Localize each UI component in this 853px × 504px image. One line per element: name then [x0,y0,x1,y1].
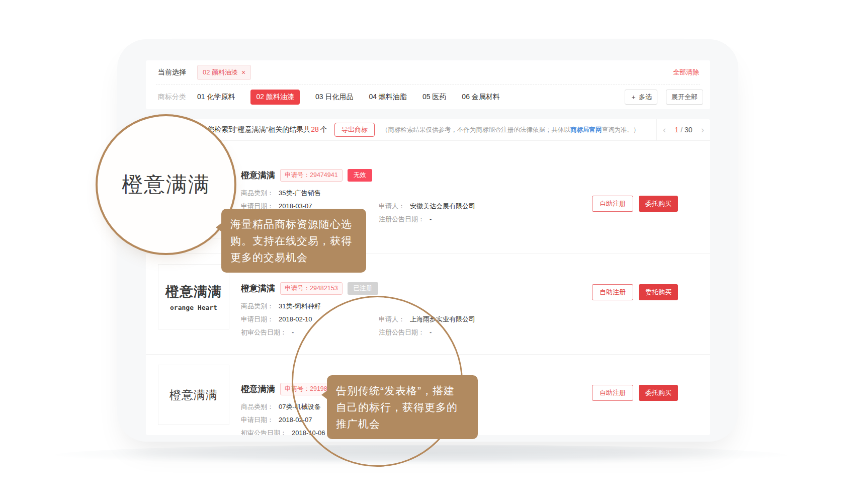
trademark-image-subtext: orange Heart [170,304,217,311]
multi-select-button[interactable]: ＋ 多选 [625,90,657,105]
first-announcement-label: 初审公告日期： [241,328,287,337]
callout-trade-resources: 海量精品商标资源随心选 购。支持在线交易，获得 更多的交易机会 [221,209,366,273]
trademark-name: 橙意满满 [241,170,275,181]
plus-icon: ＋ [630,93,637,102]
status-badge-registered: 已注册 [348,282,379,295]
category-04[interactable]: 04 燃料油脂 [369,93,406,102]
results-count: 28 [311,125,319,133]
selected-filter-tag-label: 02 颜料油漆 [203,68,238,77]
filter-section: 当前选择 02 颜料油漆 × 全部清除 商标分类 01 化学原料 02 颜料油漆… [146,60,710,109]
prev-page-icon[interactable]: ‹ [663,125,666,134]
entrust-purchase-button[interactable]: 委托购买 [639,284,678,300]
category-label: 商品类别： [241,402,274,411]
remove-filter-icon[interactable]: × [241,69,245,76]
trademark-image-2[interactable]: 橙意满满 orange Heart [158,264,229,329]
category-02-active[interactable]: 02 颜料油漆 [250,90,299,105]
current-selection-bar: 当前选择 02 颜料油漆 × 全部清除 [146,60,710,85]
category-value: 31类-饲料种籽 [279,302,321,311]
reg-announcement-label: 注册公告日期： [379,215,424,224]
category-label: 商品类别： [241,302,274,311]
category-03[interactable]: 03 日化用品 [315,93,353,102]
category-value: 35类-广告销售 [279,189,321,198]
clear-all-button[interactable]: 全部清除 [673,68,699,77]
category-06[interactable]: 06 金属材料 [462,93,499,102]
magnifier-circle: 橙意满满 [96,114,236,255]
self-register-button[interactable]: 自助注册 [592,284,633,300]
multi-select-label: 多选 [639,93,652,102]
pagination: ‹ 1/30 › [656,119,710,140]
application-no-tag: 申请号：29482153 [280,282,343,295]
applicant-label: 申请人： [379,202,405,211]
trademark-name: 橙意满满 [241,383,275,395]
next-page-icon[interactable]: › [701,125,704,134]
trademark-office-link[interactable]: 商标局官网 [570,126,602,133]
category-list: 01 化学原料 02 颜料油漆 03 日化用品 04 燃料油脂 05 医药 06… [197,90,500,105]
first-announcement-label: 初审公告日期： [241,429,287,435]
category-label: 商品类别： [241,189,274,198]
applicant-value: 安徽美达会展有限公司 [410,202,475,211]
apply-date-label: 申请日期： [241,415,274,425]
category-05[interactable]: 05 医药 [422,93,446,102]
expand-all-button[interactable]: 展开全部 [666,90,703,105]
reg-announcement-value: - [430,215,432,224]
page: { "filter_bar": { "label": "当前选择", "sele… [0,0,853,504]
selected-filter-tag[interactable]: 02 颜料油漆 × [197,65,251,80]
trademark-name: 橙意满满 [241,283,275,294]
entrust-purchase-button[interactable]: 委托购买 [639,385,678,401]
first-announcement-value: - [292,328,294,337]
disclaimer-text: （商标检索结果仅供参考，不作为商标能否注册的法律依据；具体以商标局官网查询为准。… [382,126,640,134]
trademark-image-3[interactable]: 橙意满满 [158,365,229,425]
status-badge-invalid: 无效 [348,169,372,182]
magnified-trademark-text: 橙意满满 [122,171,210,199]
application-no-tag: 申请号：29474941 [280,169,343,182]
classification-label: 商标分类 [158,93,186,102]
entrust-purchase-button[interactable]: 委托购买 [639,196,678,212]
page-indicator: 1/30 [674,126,692,134]
self-register-button[interactable]: 自助注册 [592,385,633,401]
results-header: 在当前分类下为您检索到“橙意满满”相关的结果共28个 导出商标 （商标检索结果仅… [146,119,710,141]
classification-bar: 商标分类 01 化学原料 02 颜料油漆 03 日化用品 04 燃料油脂 05 … [146,85,710,109]
current-selection-label: 当前选择 [158,68,186,77]
apply-date-label: 申请日期： [241,315,274,324]
category-01[interactable]: 01 化学原料 [197,93,235,102]
export-trademarks-button[interactable]: 导出商标 [334,123,375,137]
apply-date-value: 2018-02-10 [279,315,312,324]
self-register-button[interactable]: 自助注册 [592,196,633,212]
callout-promotion: 告别传统“发表格”，搭建 自己的标行，获得更多的 推广机会 [327,375,478,439]
